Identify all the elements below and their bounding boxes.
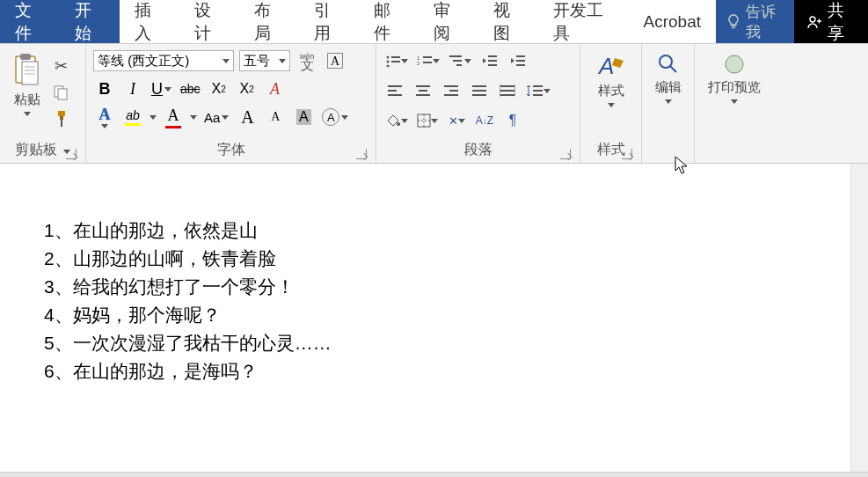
number-list-icon: 12 (417, 55, 433, 67)
copy-button[interactable] (49, 81, 72, 104)
tab-file[interactable]: 文件 (0, 0, 60, 43)
text-line[interactable]: 2、山那边的山啊，铁青着脸 (44, 245, 868, 273)
bold-button[interactable]: B (93, 77, 116, 100)
strikethrough-button[interactable]: abc (179, 77, 202, 100)
svg-rect-39 (472, 94, 486, 96)
font-size-value: 五号 (244, 53, 270, 70)
format-painter-button[interactable] (49, 107, 72, 130)
font-color-chip (165, 126, 181, 128)
tab-home[interactable]: 开始 (60, 0, 120, 43)
svg-rect-9 (60, 116, 63, 120)
tell-me-label: 告诉我 (746, 2, 784, 42)
highlight-button[interactable]: ab (121, 106, 144, 128)
enclose-chars-button[interactable]: A (320, 106, 350, 128)
paste-button[interactable]: 粘贴 (7, 49, 47, 120)
svg-rect-41 (500, 90, 514, 92)
grow-font-button[interactable]: A (236, 106, 259, 128)
bullets-button[interactable] (383, 49, 410, 72)
increase-indent-button[interactable] (507, 49, 529, 72)
cut-button[interactable]: ✂ (49, 55, 72, 77)
svg-rect-37 (472, 85, 486, 87)
editing-button[interactable]: 编辑 (649, 49, 687, 107)
tab-insert[interactable]: 插入 (120, 0, 179, 43)
subscript-button[interactable]: X2 (208, 77, 230, 100)
font-family-select[interactable]: 等线 (西文正文) (93, 50, 234, 71)
tab-devtools[interactable]: 开发工具 (538, 0, 628, 43)
tell-me-search[interactable]: 告诉我 (716, 0, 794, 43)
superscript-button[interactable]: X2 (236, 77, 259, 100)
tab-design[interactable]: 设计 (179, 0, 239, 43)
align-distributed-icon (500, 84, 515, 97)
text-line[interactable]: 6、在山的那边，是海吗？ (44, 357, 868, 385)
chevron-down-icon (24, 112, 31, 116)
char-border-button[interactable]: A (324, 49, 346, 72)
svg-rect-18 (423, 62, 432, 63)
decrease-indent-button[interactable] (478, 49, 501, 72)
group-font: 等线 (西文正文) 五号 wén 文 A B I U abc X2 X2 A (86, 44, 376, 163)
svg-rect-22 (488, 55, 497, 57)
share-button[interactable]: 共享 (794, 0, 868, 43)
paint-bucket-icon (385, 114, 401, 128)
change-case-button[interactable]: Aa (202, 106, 230, 128)
tab-layout[interactable]: 布局 (239, 0, 299, 43)
line-spacing-button[interactable] (524, 79, 552, 102)
shrink-font-button[interactable]: A (264, 106, 287, 128)
font-family-value: 等线 (西文正文) (98, 53, 189, 70)
numbering-button[interactable]: 12 (415, 49, 441, 72)
align-justify-button[interactable] (468, 79, 491, 102)
text-line[interactable]: 5、一次次漫湿了我枯干的心灵…… (44, 329, 868, 357)
dialog-launcher-icon[interactable] (66, 149, 77, 159)
status-bar (0, 472, 868, 477)
document-canvas[interactable]: 1、在山的那边，依然是山 2、山那边的山啊，铁青着脸 3、给我的幻想打了一个零分… (0, 164, 868, 472)
phonetic-guide-button[interactable]: wén 文 (295, 49, 318, 72)
align-center-button[interactable] (412, 79, 434, 102)
chevron-down-icon (433, 59, 440, 63)
text-line[interactable]: 3、给我的幻想打了一个零分！ (44, 273, 868, 301)
text-line[interactable]: 4、妈妈，那个海呢？ (44, 301, 868, 329)
multilevel-list-icon (449, 55, 464, 67)
styles-button[interactable]: A 样式 (587, 49, 634, 111)
svg-rect-5 (22, 62, 38, 84)
distributed-button[interactable] (496, 79, 519, 102)
svg-rect-7 (58, 89, 67, 99)
tab-review[interactable]: 审阅 (419, 0, 478, 43)
borders-button[interactable] (415, 109, 440, 132)
vertical-scrollbar[interactable] (850, 164, 868, 472)
align-center-icon (415, 84, 431, 97)
outdent-icon (482, 55, 498, 67)
styles-btn-label: 样式 (598, 83, 624, 99)
tab-acrobat[interactable]: Acrobat (629, 0, 716, 43)
asian-layout-button[interactable]: ✕ (445, 109, 468, 132)
italic-button[interactable]: I (121, 77, 144, 100)
font-size-select[interactable]: 五号 (239, 50, 290, 71)
align-right-button[interactable] (440, 79, 463, 102)
font-color-button[interactable]: A (162, 106, 185, 128)
dialog-launcher-icon[interactable] (560, 149, 571, 159)
svg-rect-27 (516, 64, 525, 66)
phonetic-char: 文 (301, 61, 314, 69)
chevron-down-icon (464, 59, 471, 63)
tab-references[interactable]: 引用 (299, 0, 359, 43)
dialog-launcher-icon[interactable] (356, 149, 367, 159)
chevron-down-icon (341, 115, 348, 120)
chevron-down-icon[interactable] (190, 115, 197, 120)
svg-point-14 (387, 65, 390, 68)
char-shading-button[interactable]: A (292, 106, 315, 128)
text-effects-button[interactable]: A (93, 106, 116, 128)
underline-button[interactable]: U (150, 77, 173, 100)
tab-view[interactable]: 视图 (478, 0, 538, 43)
multilevel-list-button[interactable] (447, 49, 473, 72)
chevron-down-icon[interactable] (150, 115, 157, 120)
text-line[interactable]: 1、在山的那边，依然是山 (44, 216, 868, 245)
shading-button[interactable] (383, 109, 410, 132)
svg-rect-32 (419, 90, 427, 92)
print-preview-button[interactable]: 打印预览 (702, 49, 767, 107)
align-left-button[interactable] (383, 79, 406, 102)
show-marks-button[interactable]: ¶ (501, 109, 524, 132)
sort-button[interactable]: A↓Z (473, 109, 496, 132)
group-styles: A 样式 样式 (580, 44, 642, 163)
sort-icon: A↓Z (476, 114, 493, 127)
clear-format-button[interactable]: A (264, 77, 287, 100)
tab-mailings[interactable]: 邮件 (359, 0, 419, 43)
dialog-launcher-icon[interactable] (622, 149, 632, 159)
